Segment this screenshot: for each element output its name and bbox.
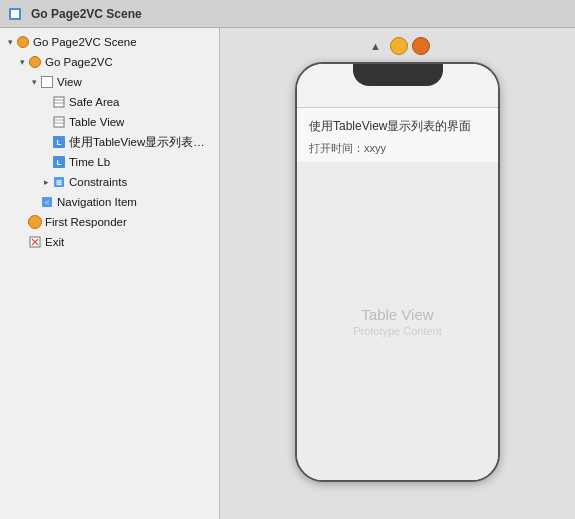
scene-tree: Go Page2VC Scene Go Page2VC View Safe Ar… <box>0 28 220 519</box>
tree-item-view[interactable]: View <box>0 72 219 92</box>
view-label: View <box>57 76 82 88</box>
navitem-icon: < <box>40 195 54 209</box>
tree-item-scene[interactable]: Go Page2VC Scene <box>0 32 219 52</box>
constraints-icon: ⊞ <box>52 175 66 189</box>
arrow-up-icon: ▲ <box>366 36 386 56</box>
tree-item-constraints[interactable]: ⊞ Constraints <box>0 172 219 192</box>
phone-tableview-sub: Prototype Content <box>353 325 442 337</box>
vc-label: Go Page2VC <box>45 56 113 68</box>
phone-content-area: 使用TableView显示列表的界面 打开时间：xxyy <box>297 108 498 156</box>
lb2-icon: L <box>52 155 66 169</box>
view-icon <box>40 75 54 89</box>
tree-item-exit[interactable]: Exit <box>0 232 219 252</box>
tree-item-responder[interactable]: First Responder <box>0 212 219 232</box>
tree-item-safearea[interactable]: Safe Area <box>0 92 219 112</box>
tree-item-lb2[interactable]: L Time Lb <box>0 152 219 172</box>
svg-rect-2 <box>54 97 64 107</box>
top-bar-title: Go Page2VC Scene <box>31 7 142 21</box>
tree-item-tableview[interactable]: Table View <box>0 112 219 132</box>
scene-file-icon <box>8 7 22 21</box>
preview-controls: ▲ <box>366 36 430 56</box>
yellow-button[interactable] <box>390 37 408 55</box>
lb2-label: Time Lb <box>69 156 110 168</box>
svg-text:<: < <box>45 198 50 207</box>
preview-panel: ▲ 使用TableView显示列表的界面 打开时间：xxyy Table Vi <box>220 28 575 519</box>
constraints-label: Constraints <box>69 176 127 188</box>
tableview-label: Table View <box>69 116 124 128</box>
responder-icon <box>28 215 42 229</box>
phone-table-area: Table View Prototype Content <box>297 162 498 480</box>
tree-item-navitem[interactable]: < Navigation Item <box>0 192 219 212</box>
phone-screen: 使用TableView显示列表的界面 打开时间：xxyy Table View … <box>297 64 498 480</box>
expand-vc[interactable] <box>16 56 28 68</box>
tree-item-vc[interactable]: Go Page2VC <box>0 52 219 72</box>
phone-mockup: 使用TableView显示列表的界面 打开时间：xxyy Table View … <box>295 62 500 482</box>
expand-view[interactable] <box>28 76 40 88</box>
tableview-icon <box>52 115 66 129</box>
exit-icon <box>28 235 42 249</box>
lb1-label: 使用TableView显示列表的界面 <box>69 135 215 150</box>
exit-label: Exit <box>45 236 64 248</box>
phone-subtitle: 打开时间：xxyy <box>309 141 486 156</box>
main-area: Go Page2VC Scene Go Page2VC View Safe Ar… <box>0 28 575 519</box>
phone-notch <box>353 64 443 86</box>
safearea-label: Safe Area <box>69 96 120 108</box>
tree-item-lb1[interactable]: L 使用TableView显示列表的界面 <box>0 132 219 152</box>
svg-text:⊞: ⊞ <box>56 179 62 186</box>
svg-rect-5 <box>54 117 64 127</box>
svg-rect-1 <box>11 10 19 18</box>
navitem-label: Navigation Item <box>57 196 137 208</box>
scene-label: Go Page2VC Scene <box>33 36 137 48</box>
responder-label: First Responder <box>45 216 127 228</box>
phone-tableview-label: Table View <box>353 306 442 323</box>
safearea-icon <box>52 95 66 109</box>
expand-constraints[interactable] <box>40 176 52 188</box>
vc-icon <box>28 55 42 69</box>
top-bar: Go Page2VC Scene <box>0 0 575 28</box>
phone-title: 使用TableView显示列表的界面 <box>309 118 486 135</box>
expand-scene[interactable] <box>4 36 16 48</box>
scene-icon <box>16 35 30 49</box>
lb1-icon: L <box>52 135 66 149</box>
orange-button[interactable] <box>412 37 430 55</box>
